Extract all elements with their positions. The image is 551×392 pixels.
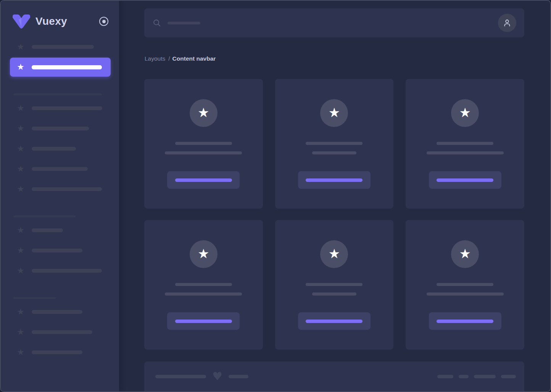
star-icon: ★ xyxy=(16,145,25,153)
star-icon: ★ xyxy=(16,267,25,275)
card-button[interactable] xyxy=(429,312,501,330)
star-icon: ★ xyxy=(16,348,25,357)
skeleton-subtitle xyxy=(427,151,504,154)
star-icon: ★ xyxy=(16,328,25,336)
sidebar-item[interactable]: ★ xyxy=(10,119,111,138)
card-button[interactable] xyxy=(298,312,371,330)
card-button[interactable] xyxy=(298,171,371,189)
user-avatar[interactable] xyxy=(498,14,516,32)
skeleton-label xyxy=(32,350,82,354)
sidebar-item[interactable]: ★ xyxy=(10,159,111,178)
footer-text-skeleton xyxy=(155,375,206,378)
radio-circle-icon[interactable] xyxy=(99,17,108,26)
star-icon: ★ xyxy=(16,185,25,193)
button-label-skeleton xyxy=(437,320,493,323)
sidebar-item[interactable]: ★ xyxy=(10,241,111,260)
vuexy-logo-icon xyxy=(13,14,30,29)
skeleton-subtitle xyxy=(312,292,356,296)
footer-links xyxy=(432,375,516,378)
footer-link-skeleton[interactable] xyxy=(501,375,516,378)
sidebar-item[interactable]: ★ xyxy=(10,139,111,158)
footer-left: ♥ xyxy=(155,371,248,382)
sidebar-item[interactable]: ★ xyxy=(10,343,111,362)
demo-card: ★ xyxy=(144,79,263,209)
skeleton-label xyxy=(32,228,63,232)
heart-icon: ♥ xyxy=(212,371,222,382)
skeleton-label xyxy=(32,147,76,151)
skeleton-label xyxy=(32,167,88,171)
card-button[interactable] xyxy=(167,171,240,189)
footer-text-skeleton xyxy=(229,375,248,378)
breadcrumb-parent[interactable]: Layouts xyxy=(145,55,165,62)
sidebar-item-active[interactable]: ★ xyxy=(10,58,111,77)
star-icon: ★ xyxy=(329,106,340,120)
button-label-skeleton xyxy=(437,178,493,182)
main-content: Layouts/Content navbar ★ ★ xyxy=(119,1,550,391)
skeleton-label xyxy=(32,330,92,334)
skeleton-label xyxy=(32,127,89,130)
app-window: Vuexy ★ ★ ★ ★ ★ xyxy=(0,0,551,392)
skeleton-subtitle xyxy=(427,292,504,296)
nav-section-header xyxy=(13,93,102,95)
footer: ♥ xyxy=(144,361,524,391)
star-icon: ★ xyxy=(16,43,25,51)
star-badge: ★ xyxy=(320,99,348,127)
search-icon xyxy=(153,19,161,27)
breadcrumb-separator: / xyxy=(168,55,170,62)
brand-name: Vuexy xyxy=(35,15,67,27)
top-navbar xyxy=(144,8,524,37)
footer-link-skeleton[interactable] xyxy=(437,375,453,378)
sidebar-item[interactable]: ★ xyxy=(10,323,111,342)
skeleton-label xyxy=(32,65,102,69)
sidebar-item[interactable]: ★ xyxy=(10,99,111,118)
breadcrumb-current: Content navbar xyxy=(172,55,216,62)
star-icon: ★ xyxy=(16,226,25,235)
star-badge: ★ xyxy=(451,99,479,127)
footer-link-skeleton[interactable] xyxy=(474,375,496,378)
skeleton-subtitle xyxy=(312,151,356,154)
card-grid: ★ ★ ★ xyxy=(144,79,524,350)
skeleton-label xyxy=(32,269,102,273)
card-button[interactable] xyxy=(167,312,240,330)
sidebar-item[interactable]: ★ xyxy=(10,180,111,199)
demo-card: ★ xyxy=(406,79,524,209)
search-input[interactable] xyxy=(153,19,498,27)
sidebar-item[interactable]: ★ xyxy=(10,221,111,240)
sidebar: Vuexy ★ ★ ★ ★ ★ xyxy=(1,1,119,391)
button-label-skeleton xyxy=(306,178,362,182)
star-icon: ★ xyxy=(198,247,209,261)
skeleton-label xyxy=(32,187,102,191)
star-icon: ★ xyxy=(459,106,470,120)
skeleton-label xyxy=(32,106,102,110)
nav-section-header xyxy=(13,297,56,299)
sidebar-item[interactable]: ★ xyxy=(10,261,111,280)
skeleton-title xyxy=(437,142,493,145)
demo-card: ★ xyxy=(144,220,263,350)
star-icon: ★ xyxy=(16,308,25,316)
demo-card: ★ xyxy=(406,220,524,350)
star-badge: ★ xyxy=(451,240,479,268)
skeleton-subtitle xyxy=(165,292,242,296)
sidebar-item[interactable]: ★ xyxy=(10,302,111,321)
sidebar-nav: ★ ★ ★ ★ ★ ★ xyxy=(1,29,119,362)
star-icon: ★ xyxy=(16,63,25,71)
skeleton-title xyxy=(437,283,493,286)
button-label-skeleton xyxy=(175,320,232,323)
star-icon: ★ xyxy=(329,247,340,261)
star-icon: ★ xyxy=(16,124,25,133)
skeleton-label xyxy=(32,45,94,49)
star-badge: ★ xyxy=(320,240,348,268)
brand: Vuexy xyxy=(1,1,119,29)
footer-link-skeleton[interactable] xyxy=(459,375,469,378)
star-icon: ★ xyxy=(198,106,209,120)
star-icon: ★ xyxy=(16,165,25,173)
demo-card: ★ xyxy=(275,220,394,350)
card-button[interactable] xyxy=(429,171,501,189)
skeleton-label xyxy=(32,249,82,252)
star-icon: ★ xyxy=(16,246,25,255)
person-icon xyxy=(502,18,512,28)
sidebar-item[interactable]: ★ xyxy=(10,37,111,56)
demo-card: ★ xyxy=(275,79,394,209)
skeleton-title xyxy=(175,283,232,286)
skeleton-subtitle xyxy=(165,151,242,154)
